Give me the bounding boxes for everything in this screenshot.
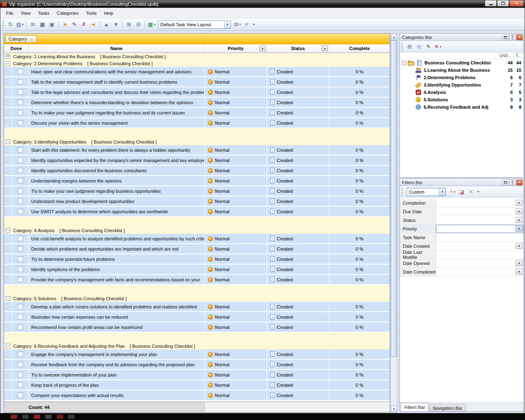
close-panel-button[interactable]: ✕ (516, 34, 523, 40)
collapse-icon[interactable]: - (6, 228, 10, 233)
task-done-checkbox[interactable] (18, 178, 23, 183)
task-row[interactable]: Use cost-benefit analysis to analyze ide… (4, 234, 390, 244)
column-header-status[interactable]: Status▼ (267, 44, 329, 52)
scroll-up-button[interactable]: ▲ (391, 34, 397, 40)
task-row[interactable]: Talk to the senior management staff to i… (4, 77, 390, 87)
task-row[interactable]: Recommend how certain profit areas can b… (4, 322, 390, 333)
task-row[interactable]: Compare your expectations with actual re… (4, 390, 390, 401)
menu-tools[interactable]: Tools (82, 9, 100, 17)
chevron-down-icon[interactable]: ▼ (516, 226, 523, 232)
filter-dropdown-button[interactable]: ▼ (322, 46, 328, 51)
category-tree-root[interactable]: -Business Consulting Checklist4444 (400, 59, 523, 66)
column-header-name[interactable]: Name (29, 44, 205, 52)
filter-label[interactable]: Date Completed (400, 268, 436, 276)
pin-panel-button[interactable] (509, 34, 516, 40)
toolbar-options-chevron[interactable]: ▾ (476, 190, 481, 194)
filter-value-field[interactable]: ▼ (436, 216, 523, 224)
category-tree-item[interactable]: 6.Receiving Feedback and Adj88 (400, 103, 523, 111)
task-row[interactable]: Have open and clear communications with … (4, 67, 390, 77)
filter-label[interactable]: Date Opened (400, 259, 436, 267)
menu-categories[interactable]: Categories (53, 9, 82, 17)
delete-category-button[interactable]: ✕▾ (433, 42, 443, 51)
menu-view[interactable]: View (17, 9, 34, 17)
task-done-checkbox[interactable] (18, 120, 23, 126)
chevron-down-icon[interactable]: ▼ (224, 21, 231, 28)
filter-value-field[interactable]: ▼ (436, 242, 523, 250)
filter-label[interactable]: Date Created (400, 242, 436, 250)
collapse-icon[interactable]: - (6, 61, 10, 66)
task-done-checkbox[interactable] (18, 277, 23, 282)
chevron-down-icon[interactable]: ▼ (439, 188, 445, 196)
maximize-button[interactable] (497, 0, 509, 7)
filter-value-field[interactable]: ▼ (436, 259, 523, 267)
print-preview-button[interactable]: ▣ (47, 20, 57, 29)
group-row[interactable]: -Category: 2.Determining Problems[ Busin… (4, 60, 390, 67)
task-done-checkbox[interactable] (18, 256, 23, 262)
toolbar-options-chevron[interactable]: ▾ (251, 23, 256, 26)
collapse-icon[interactable]: - (6, 139, 10, 144)
task-done-checkbox[interactable] (18, 236, 23, 241)
expand-icon[interactable]: + (6, 54, 10, 59)
task-row[interactable]: Provide the company's management with fa… (4, 275, 390, 285)
category-tree-item[interactable]: 4.Analysis55 (400, 89, 523, 96)
filter-preset-combo[interactable]: Custom▼ (406, 188, 446, 196)
task-done-checkbox[interactable] (18, 147, 23, 153)
taskbar-item[interactable] (11, 415, 17, 419)
task-done-checkbox[interactable] (18, 188, 23, 194)
task-done-checkbox[interactable] (18, 209, 23, 214)
delete-layout-button[interactable]: ✕ (242, 20, 251, 29)
scrollbar-thumb[interactable] (391, 40, 397, 357)
task-done-checkbox[interactable] (18, 324, 23, 330)
filter-dropdown-button[interactable]: ▼ (260, 46, 265, 51)
group-row[interactable]: -Category: 5.Solutions[ Business Consult… (4, 295, 390, 302)
layout-settings-button[interactable]: ⚙▾ (233, 20, 242, 29)
task-row[interactable]: Keep track of progress of the planNormal… (4, 380, 390, 390)
forward-task-button[interactable]: ➜ (89, 20, 98, 29)
edit-category-button[interactable]: ✎ (424, 42, 433, 51)
view-filter-button[interactable]: ▦▾ (147, 20, 156, 29)
maximize-panel-button[interactable] (502, 34, 509, 40)
pin-panel-button[interactable] (509, 180, 516, 185)
task-row[interactable]: Try to oversee implementation of your pl… (4, 370, 390, 380)
minimize-button[interactable] (485, 0, 497, 7)
task-row[interactable]: Start with this statement: for every pro… (4, 145, 390, 155)
group-row[interactable]: -Category: 4.Analysis[ Business Consulti… (4, 227, 390, 234)
delete-task-button[interactable]: ✗ (79, 20, 89, 29)
taskbar-item[interactable] (34, 415, 40, 419)
tab-navigation-bar[interactable]: Navigation Bar (429, 404, 466, 411)
task-done-checkbox[interactable] (18, 168, 23, 173)
task-row[interactable]: Identify symptoms of the problemsNormalC… (4, 265, 390, 275)
task-done-checkbox[interactable] (18, 110, 23, 115)
task-done-checkbox[interactable] (18, 246, 23, 251)
filter-value-field[interactable]: ▼ (436, 268, 523, 276)
filter-label[interactable]: Date Last Modifie (400, 251, 436, 259)
task-done-checkbox[interactable] (18, 267, 23, 272)
column-header-priority[interactable]: Priority▼ (205, 44, 267, 52)
column-header-total[interactable]: T... (516, 53, 521, 58)
task-row[interactable]: Try to make your own judgment regarding … (4, 186, 390, 196)
new-notebook-button[interactable]: ▤▾ (15, 20, 25, 29)
erase-filter-button[interactable]: ◪ (457, 187, 466, 196)
task-row[interactable]: Identify opportunities expected by the c… (4, 155, 390, 166)
task-row[interactable]: Try to make your own judgment regarding … (4, 108, 390, 118)
task-done-checkbox[interactable] (18, 352, 23, 357)
filter-value-field[interactable]: ▼ (436, 199, 523, 207)
group-by-category-button[interactable]: Category (5, 35, 37, 43)
close-button[interactable]: ✕ (509, 0, 524, 7)
chevron-down-icon[interactable]: ▼ (516, 217, 523, 223)
task-done-checkbox[interactable] (18, 372, 23, 377)
task-done-checkbox[interactable] (18, 304, 23, 309)
taskbar-item[interactable] (57, 415, 63, 419)
tab-filters-bar[interactable]: Filters Bar (401, 403, 429, 411)
task-done-checkbox[interactable] (18, 199, 23, 204)
category-tree-item[interactable]: 5.Solutions33 (400, 96, 523, 103)
group-row[interactable]: -Category: 6.Receiving Feedback and Adju… (4, 342, 390, 349)
filter-label[interactable]: Due Date (400, 208, 436, 216)
task-done-checkbox[interactable] (18, 89, 23, 95)
task-row[interactable]: Understand new product development oppor… (4, 196, 390, 207)
group-row[interactable]: -Category: 3.Identifying Opportunities[ … (4, 138, 390, 145)
category-tree-item[interactable]: 2.Determining Problems66 (400, 74, 523, 81)
expand-all-button[interactable]: ⊞ (124, 20, 134, 29)
taskbar-item[interactable] (68, 415, 75, 419)
task-row[interactable]: Understanding margins between the opinio… (4, 176, 390, 186)
